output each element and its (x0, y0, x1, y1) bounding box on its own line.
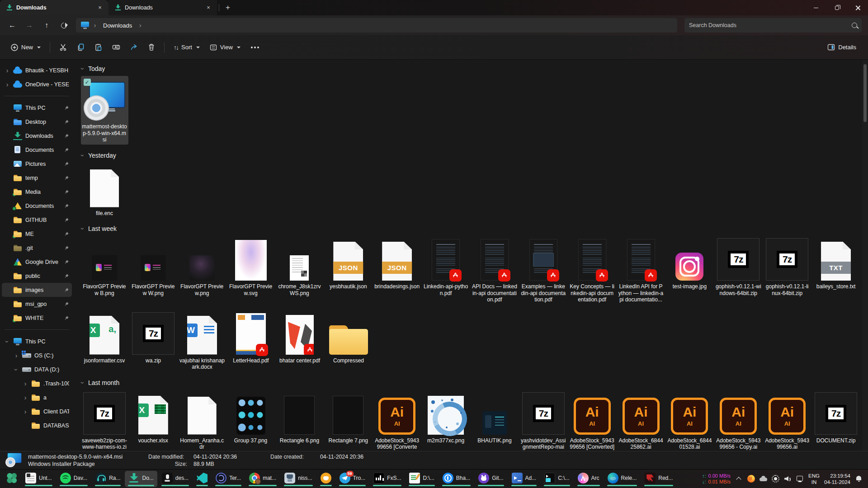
file-tile-flavorgpt-preview-png[interactable]: FlavorGPT Preview.png (178, 236, 226, 298)
file-tile-rectangle-6-png[interactable]: Rectangle 6.png (276, 390, 323, 446)
new-button[interactable]: New (6, 40, 45, 55)
file-tile-compressed[interactable]: Compressed (325, 310, 373, 366)
more-options-button[interactable] (246, 43, 264, 52)
chevron-down-icon[interactable]: › (4, 339, 10, 344)
file-tile-flavorgpt-preview-b-png[interactable]: FlavorGPT Preview B.png (81, 236, 128, 298)
sidebar-item-temp[interactable]: temp (2, 171, 72, 185)
chevron-right-icon[interactable]: › (5, 67, 10, 74)
taskbar-mat[interactable]: mat... (245, 471, 280, 487)
file-tile-chrome-j8sk1zrvws-png[interactable]: chrome_J8sk1zrvWS.png (276, 236, 323, 298)
file-tile-wa-zip[interactable]: 7zwa.zip (130, 310, 177, 366)
rename-button[interactable] (108, 40, 125, 55)
vertical-scrollbar[interactable] (862, 60, 868, 451)
clock[interactable]: 23:19:54 04-11-2024 (824, 473, 850, 485)
sidebar-item-downloads[interactable]: Downloads (2, 129, 72, 143)
taskbar-vscode[interactable] (193, 471, 211, 487)
chevron-right-icon[interactable]: › (23, 394, 28, 401)
tab-close-button[interactable]: × (96, 4, 104, 12)
taskbar-unt[interactable]: Unt... (22, 471, 56, 487)
explorer-tab-1[interactable]: Downloads× (0, 0, 108, 15)
sidebar-item-this-pc[interactable]: This PC (2, 101, 72, 115)
file-tile-baileys-store-txt[interactable]: TXTbaileys_store.txt (812, 236, 860, 291)
file-tile-jsonformatter-csv[interactable]: Xa,jsonformatter.csv (81, 310, 128, 366)
sidebar-item-onedrive-yese[interactable]: ›OneDrive - YESE (2, 77, 72, 91)
file-tile-flavorgpt-preview-svg[interactable]: FlavorGPT Preview.svg (227, 236, 274, 298)
taskbar-d[interactable]: D:\... (406, 471, 438, 487)
cloud-tray-icon[interactable] (760, 475, 767, 483)
new-tab-button[interactable]: + (221, 3, 235, 12)
tray-expand-icon[interactable] (735, 475, 743, 483)
sidebar-item-images[interactable]: images (2, 283, 72, 297)
breadcrumb-item-downloads[interactable]: Downloads (100, 21, 135, 30)
volume-icon[interactable] (784, 475, 792, 483)
file-tile-yesbhautik-json[interactable]: JSONyesbhautik.json (325, 236, 372, 291)
taskbar-red[interactable]: Red... (641, 471, 676, 487)
file-tile-api-docs-linkedin-api-documentation-pdf[interactable]: API Docs — linkedin-api documentation.pd… (471, 236, 519, 305)
file-tile-linkedin-api-for-python-linkedin-api-documentatio[interactable]: LinkedIn API for Python — linkedin-api d… (617, 236, 665, 305)
search-box[interactable] (684, 18, 862, 33)
taskbar-tro[interactable]: 59Tro... (336, 471, 369, 487)
chevron-down-icon[interactable]: › (13, 367, 19, 372)
back-button[interactable]: ← (5, 19, 20, 32)
file-tile-gophish-v0-12-1-windows-64bit-zip[interactable]: 7zgophish-v0.12.1-windows-64bit.zip (715, 236, 762, 298)
chevron-right-icon[interactable]: › (14, 352, 19, 359)
file-tile-adobestock-684401528-ai[interactable]: AiAIAdobeStock_684401528.ai (666, 390, 713, 451)
file-tile-bhautik-png[interactable]: BHAUTIK.png (471, 390, 519, 446)
display-icon[interactable] (796, 475, 804, 483)
delete-button[interactable] (143, 40, 160, 55)
breadcrumb[interactable]: › Downloads › (76, 18, 677, 33)
section-header-last-week[interactable]: ›Last week (80, 222, 860, 235)
sidebar-item-os-c[interactable]: ›OS (C:) (2, 348, 72, 362)
network-speed-widget[interactable]: ↑:0.00 MB/s ↓:0.01 MB/s (702, 473, 731, 485)
section-header-today[interactable]: ›Today (80, 62, 860, 75)
sidebar-item-msi-gpo[interactable]: msi_gpo (2, 297, 72, 311)
file-tile-adobestock-684425862-ai[interactable]: AiAIAdobeStock_684425862.ai (617, 390, 665, 451)
close-button[interactable] (847, 0, 868, 15)
sidebar-item-a[interactable]: ›a (2, 390, 72, 404)
file-tile-group-37-png[interactable]: Group 37.png (227, 390, 274, 446)
file-tile-brindadesings-json[interactable]: JSONbrindadesings.json (373, 236, 421, 291)
file-tile-gophish-v0-12-1-linux-64bit-zip[interactable]: 7zgophish-v0.12.1-linux-64bit.zip (764, 236, 811, 298)
file-tile-flavorgpt-preview-w-png[interactable]: FlavorGPT Preview W.png (129, 236, 177, 298)
file-tile-homem-aranha-cdr[interactable]: Homem_Aranha.cdr (178, 390, 226, 451)
taskbar-arc[interactable]: Arc (574, 471, 603, 487)
file-tile-m2m377xc-png[interactable]: m2m377xc.png (422, 390, 470, 446)
taskbar-fxs[interactable]: FxS... (370, 471, 405, 487)
sidebar-item-trash-1000[interactable]: ›.Trash-1000 (2, 376, 72, 390)
chevron-right-icon[interactable]: › (23, 408, 28, 415)
start-button[interactable] (3, 471, 21, 487)
selection-checkbox[interactable]: ✓ (84, 79, 91, 86)
taskbar-c[interactable]: C:\... (541, 471, 573, 487)
sidebar-item-white[interactable]: WHITE (2, 311, 72, 325)
sidebar-item-documents[interactable]: Documents (2, 199, 72, 213)
share-button[interactable] (126, 40, 142, 55)
taskbar-bha[interactable]: Bha... (439, 471, 474, 487)
file-tile-bhatar-center-pdf[interactable]: bhatar center.pdf (276, 310, 324, 366)
brightness-icon[interactable] (772, 475, 779, 483)
sidebar-item-client-data[interactable]: ›Client DATA (2, 404, 72, 418)
file-tile-linkedin-api-python-pdf[interactable]: Linkedin-api-python.pdf (422, 236, 470, 298)
file-tile-voucher-xlsx[interactable]: Xvoucher.xlsx (129, 390, 177, 446)
file-tile-adobestock-594399656-copy-ai[interactable]: AiAIAdobeStock_594399656 - Copy.ai (715, 390, 762, 451)
chevron-right-icon[interactable]: › (5, 81, 10, 88)
sidebar-item-documents[interactable]: Documents (2, 143, 72, 157)
file-tile-file-enc[interactable]: file.enc (81, 163, 128, 218)
paste-button[interactable] (90, 40, 107, 55)
taskbar-ra[interactable]: Ra... (92, 471, 124, 487)
taskbar-ter[interactable]: Ter... (212, 471, 245, 487)
maximize-button[interactable] (826, 0, 847, 15)
sidebar-item-public[interactable]: public (2, 269, 72, 283)
sidebar-item-database[interactable]: DATABASE (2, 418, 72, 432)
minimize-button[interactable] (806, 0, 826, 15)
scrollbar-thumb[interactable] (863, 64, 867, 122)
file-tile-adobestock-594399656-converted-copy-ai[interactable]: AiAIAdobeStock_594399656 [Converted] cop… (568, 390, 616, 451)
file-tile-test-image-jpg[interactable]: test-image.jpg (666, 236, 713, 291)
file-tile-saveweb2zip-com-www-harness-io-zip[interactable]: 7zsaveweb2zip-com-www-harness-io.zip (81, 390, 128, 451)
search-input[interactable] (689, 22, 852, 28)
firefox-tray-icon[interactable] (747, 475, 755, 483)
file-tile-adobestock-594399656-converted-ai[interactable]: AiAIAdobeStock_594399656 [Converted].ai (373, 390, 421, 451)
section-header-yesterday[interactable]: ›Yesterday (80, 149, 860, 162)
sidebar-item-this-pc[interactable]: ›This PC (2, 334, 72, 348)
file-tile-vajubhai-krishanapark-docx[interactable]: Wvajubhai krishanapark.docx (179, 310, 226, 372)
sidebar-item-bhautik-yesbh[interactable]: ›Bhautik - YESBH (2, 63, 72, 77)
